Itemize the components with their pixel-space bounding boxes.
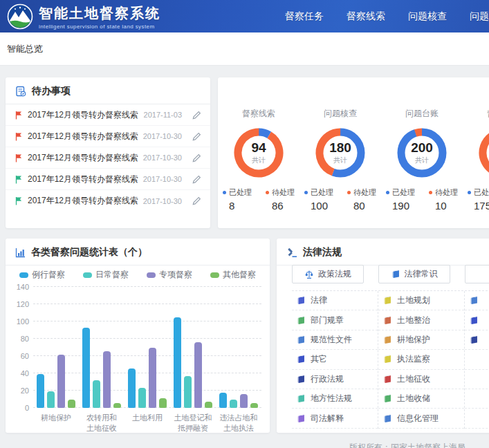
todo-row[interactable]: 2017年12月领导转办督察线索2017-11-03 — [6, 104, 210, 126]
nav-item[interactable]: 问题核查 — [408, 10, 447, 23]
todo-row[interactable]: 2017年12月领导转办督察线索2017-10-30 — [6, 190, 210, 212]
todo-date: 2017-10-30 — [143, 132, 182, 140]
law-item[interactable]: 土地收储 — [378, 389, 464, 409]
x-axis-label: 土地登记和 抵押融资 — [170, 413, 216, 433]
donut-pending-value: 86 — [266, 200, 295, 212]
law-item[interactable] — [465, 310, 489, 330]
donut-pending-value: 80 — [347, 200, 376, 212]
bar — [194, 342, 202, 408]
donut: 问题核查 180 共计 已处理 100 待处理 80 — [299, 108, 381, 212]
y-tick-label: 60 — [14, 352, 29, 360]
law-item-empty — [465, 370, 489, 389]
law-item[interactable]: 司法解释 — [292, 409, 378, 428]
book-icon — [297, 375, 306, 384]
law-item[interactable]: 执法监察 — [378, 350, 464, 369]
book-icon — [470, 296, 479, 305]
issue-stats-panel: 各类督察问题统计表（个） 例行督察日常督察专项督察其他督察 0204060801… — [6, 239, 270, 433]
donut-title: 问题核查 — [324, 108, 357, 120]
donut-title: 问题台账 — [405, 108, 439, 120]
stats-donut-panel: 督察线索 94 共计 已处理 8 待处理 86 问题核查 — [218, 77, 489, 228]
todo-row[interactable]: 2017年12月领导转办督察线索2017-10-30 — [6, 126, 210, 147]
law-item[interactable]: 耕地保护 — [378, 330, 464, 350]
donut-total: 200 — [411, 141, 433, 154]
donut-ring: 180 共计 — [313, 126, 367, 180]
book-icon — [297, 296, 306, 305]
bar — [250, 403, 258, 409]
law-item[interactable]: 土地征收 — [378, 370, 464, 389]
donut-done-value: 190 — [386, 200, 415, 212]
nav-item[interactable]: 问题台账 — [470, 10, 489, 23]
todo-list: 2017年12月领导转办督察线索2017-11-03 2017年12月领导转办督… — [6, 104, 210, 212]
bar — [205, 402, 212, 408]
chart-legend-item[interactable]: 专项督察 — [147, 269, 192, 281]
donut: 问题台账 200 共计 已处理 190 待处理 10 — [381, 108, 463, 212]
bar — [47, 391, 55, 408]
donut-total-label: 共计 — [333, 156, 347, 165]
book-icon — [383, 414, 392, 423]
law-item[interactable]: 土地整治 — [378, 310, 464, 330]
book-icon — [297, 394, 306, 403]
book-icon — [383, 296, 392, 305]
todo-text: 2017年12月领导转办督察线索 — [28, 174, 138, 185]
edit-icon[interactable] — [192, 175, 201, 184]
mountain-logo-icon — [7, 3, 33, 30]
nav-item[interactable]: 督察任务 — [285, 10, 324, 23]
laws-title: 法律法规 — [303, 246, 342, 259]
book-icon — [297, 335, 306, 344]
bar-group — [216, 287, 261, 408]
y-tick-label: 100 — [14, 317, 29, 326]
book-icon — [383, 375, 392, 384]
law-item[interactable]: 部门规章 — [292, 310, 378, 330]
law-column — [465, 291, 489, 429]
nav-item[interactable]: 督察线索 — [347, 10, 385, 23]
y-tick-label: 0 — [14, 404, 29, 412]
laws-header: 法律法规 — [277, 239, 489, 265]
law-item[interactable] — [465, 291, 489, 310]
todo-date: 2017-10-30 — [143, 197, 182, 205]
law-item[interactable]: 信息化管理 — [378, 409, 464, 428]
scale-icon — [304, 270, 314, 279]
todo-text: 2017年12月领导转办督察线索 — [28, 152, 138, 164]
donut-done-value: 8 — [223, 200, 252, 212]
law-item[interactable]: 法律 — [292, 291, 378, 310]
bar — [219, 393, 227, 409]
law-item[interactable]: 其它 — [292, 350, 378, 369]
bar-chart: 020406080100120140耕地保护农转用和 土地征收土地利用土地登记和… — [14, 287, 263, 429]
law-item[interactable] — [465, 330, 489, 350]
edit-icon[interactable] — [192, 132, 201, 141]
donut-total: 180 — [329, 141, 351, 154]
bar-group — [79, 287, 124, 408]
law-item[interactable]: 地方性法规 — [292, 389, 378, 409]
flag-icon — [15, 111, 23, 120]
law-category-button[interactable] — [465, 265, 489, 283]
donut-ring — [477, 126, 489, 180]
law-category-button[interactable]: 法律常识 — [378, 265, 450, 283]
issue-stats-header: 各类督察问题统计表（个） — [6, 239, 270, 265]
donut-done-value: 175 — [468, 200, 489, 212]
bar — [230, 400, 237, 409]
bar — [57, 355, 65, 409]
app-title: 智能土地督察系统 — [39, 4, 160, 23]
edit-icon[interactable] — [192, 111, 201, 120]
bar — [240, 394, 248, 408]
chart-legend-item[interactable]: 例行督察 — [19, 269, 65, 281]
chart-legend-item[interactable]: 其他督察 — [210, 269, 256, 281]
donut-title: 督察线索 — [242, 108, 275, 120]
law-item-empty — [465, 389, 489, 409]
todo-row[interactable]: 2017年12月领导转办督察线索2017-10-30 — [6, 169, 210, 190]
bar — [138, 388, 146, 408]
book-icon — [383, 335, 392, 344]
law-item[interactable]: 土地规划 — [378, 291, 464, 310]
law-category-button[interactable]: 政策法规 — [292, 265, 364, 283]
todo-row[interactable]: 2017年12月领导转办督察线索2017-10-30 — [6, 147, 210, 169]
bar — [103, 351, 111, 409]
bar — [113, 403, 121, 409]
edit-icon[interactable] — [192, 196, 201, 205]
edit-icon[interactable] — [192, 153, 201, 162]
main-nav: 督察任务督察线索问题核查问题台账 — [285, 0, 489, 32]
law-item-empty — [465, 350, 489, 369]
law-item[interactable]: 规范性文件 — [292, 330, 378, 350]
law-item[interactable]: 行政法规 — [292, 370, 378, 389]
book-icon — [470, 335, 479, 344]
chart-legend-item[interactable]: 日常督察 — [83, 269, 129, 281]
